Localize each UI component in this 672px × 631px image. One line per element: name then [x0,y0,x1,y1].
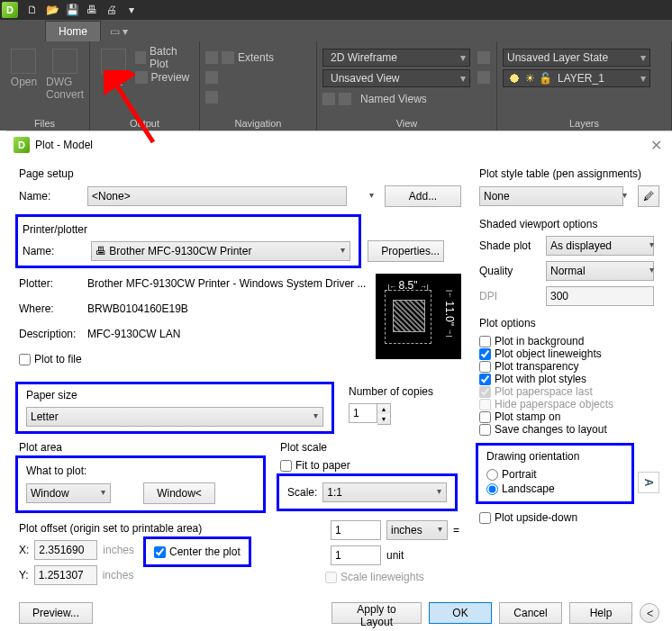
offset-y-label: Y: [19,569,29,581]
preview-button[interactable]: Preview... [19,602,93,624]
description-value: MFC-9130CW LAN [87,328,180,340]
named-views-button[interactable]: Named Views [322,90,470,108]
printer-properties-button[interactable]: Properties... [368,240,444,262]
expand-button[interactable]: ᐸ [640,603,659,623]
scale-v1-input[interactable] [331,520,381,540]
ok-button[interactable]: OK [429,602,492,624]
preview-button[interactable]: Preview [135,68,194,86]
offset-y-input[interactable] [34,565,97,585]
opt-ps-checkbox[interactable]: Plot with plot styles [479,373,659,385]
extents-button[interactable]: Extents [222,49,274,67]
cancel-button[interactable]: Cancel [499,602,562,624]
ribbon-layers-label: Layers [503,116,666,131]
copies-spinner[interactable]: ▲▼ [349,403,391,425]
what-to-plot-select[interactable]: Window [26,483,111,503]
layer-select[interactable]: ☀🔓LAYER_1▾ [503,69,650,87]
plot-button[interactable]: Plot [95,45,132,116]
qat-new-icon[interactable]: 🗋 [23,2,41,18]
plotstyle-edit-button[interactable]: 🖉 [638,185,659,207]
nav-orbit-icon[interactable] [205,68,218,86]
apply-to-layout-button[interactable]: Apply to Layout [331,602,422,624]
landscape-radio[interactable]: Landscape [486,482,623,495]
opt-lw-checkbox[interactable]: Plot object lineweights [479,347,659,360]
opt-tr-checkbox[interactable]: Plot transparency [479,360,659,373]
unit-label: unit [386,549,404,562]
fit-to-paper-checkbox[interactable]: Fit to paper [280,459,461,472]
shadeplot-select[interactable]: As displayed [546,236,654,256]
plot-area-label: Plot area [19,441,262,454]
plot-to-file-checkbox[interactable]: Plot to file [19,353,82,365]
tab-home[interactable]: Home [45,21,101,41]
view-icons-1[interactable] [477,49,490,67]
tab-extra[interactable]: ▭ ▾ [101,22,137,41]
nav-pan-icon[interactable] [205,49,218,67]
orientation-label: Drawing orientation [486,450,623,463]
view-wireframe-select[interactable]: 2D Wireframe▾ [322,49,470,67]
center-plot-checkbox[interactable]: Center the plot [154,545,241,558]
scale-lineweights-checkbox: Scale lineweights [325,571,461,583]
batch-plot-button[interactable]: Batch Plot [135,49,194,67]
ribbon-files-label: Files [5,116,84,131]
pagesetup-name-select[interactable]: <None> [87,186,347,206]
shadeplot-label: Shade plot [479,239,540,252]
view-saved-select[interactable]: Unsaved View▾ [322,69,470,87]
offset-y-unit: inches [103,569,134,581]
offset-label: Plot offset (origin set to printable are… [19,522,262,535]
scale-select[interactable]: 1:1 [322,482,447,502]
lightbulb-icon [507,71,522,86]
window-pick-button[interactable]: Window< [143,482,215,504]
ribbon-nav-label: Navigation [205,116,311,131]
quality-select[interactable]: Normal [546,261,654,281]
dpi-label: DPI [479,290,540,302]
opt-save-checkbox[interactable]: Save changes to layout [479,423,659,436]
qat-plot-icon[interactable]: 🖨 [103,2,121,18]
plotter-value: Brother MFC-9130CW Printer - Windows Sys… [87,277,366,290]
printer-name-select[interactable]: 🖶 Brother MFC-9130CW Printer [91,241,350,261]
plotstyle-label: Plot style table (pen assignments) [479,167,659,180]
nav-zoom-icon[interactable] [205,88,218,106]
opt-hide-checkbox: Hide paperspace objects [479,398,659,410]
open-button[interactable]: Open [5,45,42,116]
plotstyle-select[interactable]: None [479,186,623,206]
opt-stamp-checkbox[interactable]: Plot stamp on [479,410,659,423]
copies-label: Number of copies [349,385,433,398]
layer-state-select[interactable]: Unsaved Layer State▾ [503,49,650,67]
orientation-icon: A [638,472,659,493]
printer-group-label: Printer/plotter [23,223,350,236]
description-label: Description: [19,328,82,340]
paper-size-label: Paper size [26,389,323,401]
qat-print-icon[interactable]: 🖶 [83,2,101,18]
pagesetup-add-button[interactable]: Add... [385,185,461,207]
paper-preview: |← 8.5" →| |← 11.0" →| [376,274,461,359]
help-button[interactable]: Help [569,602,632,624]
scale-units-select[interactable]: inches [386,520,448,540]
paper-size-select[interactable]: Letter [26,407,323,427]
dialog-title: Plot - Model [35,139,93,151]
dpi-input [546,286,654,306]
offset-x-label: X: [19,544,29,556]
shaded-label: Shaded viewport options [479,218,659,230]
dialog-icon: D [14,137,30,153]
page-setup-label: Page setup [19,167,461,180]
scale-label: Scale: [287,486,317,499]
upside-down-checkbox[interactable]: Plot upside-down [479,511,659,524]
pagesetup-name-label: Name: [19,190,82,203]
plotter-label: Plotter: [19,277,82,290]
qat-more-icon[interactable]: ▾ [123,2,141,18]
plot-scale-label: Plot scale [280,441,461,454]
ribbon-view-label: View [322,116,491,131]
opt-ppl-checkbox: Plot paperspace last [479,385,659,398]
app-icon: D [2,2,18,18]
close-button[interactable]: ✕ [647,136,665,154]
scale-v2-input[interactable] [331,545,381,565]
equals-label: = [453,524,459,536]
portrait-radio[interactable]: Portrait [486,468,623,481]
view-icons-2[interactable] [477,68,490,86]
dwg-convert-button[interactable]: DWG Convert [46,45,84,116]
qat-open-icon[interactable]: 📂 [43,2,61,18]
qat-save-icon[interactable]: 💾 [63,2,81,18]
where-label: Where: [19,302,82,315]
offset-x-input[interactable] [34,540,97,560]
opt-bg-checkbox[interactable]: Plot in background [479,335,659,347]
what-to-plot-label: What to plot: [26,464,255,477]
